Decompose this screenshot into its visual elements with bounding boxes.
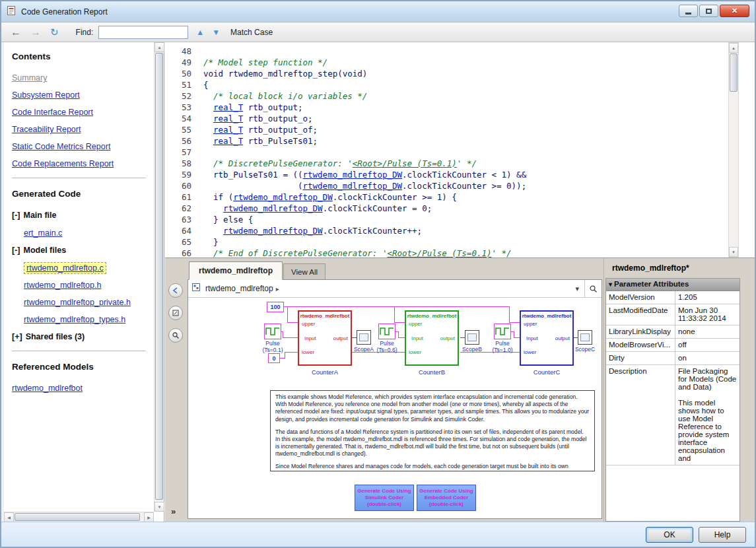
code-hyperlink[interactable]: real_T: [213, 114, 243, 123]
parameter-attributes-header[interactable]: ▾Parameter Attributes: [606, 279, 739, 291]
code-hyperlink[interactable]: real_T: [213, 136, 243, 146]
code-hyperlink[interactable]: real_T: [213, 102, 243, 112]
titlebar[interactable]: Code Generation Report ✕: [1, 1, 755, 22]
code-hyperlink[interactable]: rtwdemo_mdlreftop_DW: [303, 181, 403, 191]
line-number: 51: [172, 79, 191, 90]
constant-block-100[interactable]: 100: [267, 302, 284, 312]
code-hyperlink[interactable]: rtwdemo_mdlreftop_DW: [223, 203, 323, 213]
refresh-icon[interactable]: ↻: [50, 27, 59, 37]
arrow-left-icon: [172, 287, 180, 294]
model-back-button[interactable]: [168, 283, 183, 298]
find-input[interactable]: [98, 26, 188, 39]
code-hyperlink[interactable]: <Root>/Pulse (Ts=0.1): [353, 158, 457, 168]
expand-panel-button[interactable]: »: [171, 506, 176, 516]
back-icon[interactable]: ←: [11, 27, 21, 38]
sidebar-link-rtwdemo-mdlreftop-types-h[interactable]: rtwdemo_mdlreftop_types.h: [24, 315, 125, 324]
generate-code-embedded-coder-button[interactable]: Generate Code Using Embedded Coder (doub…: [417, 485, 476, 511]
generate-code-simulink-coder-button[interactable]: Generate Code Using Simulink Coder (doub…: [355, 485, 414, 511]
sidebar-link-ert-main-c[interactable]: ert_main.c: [24, 228, 62, 238]
code-generation-report-window: Code Generation Report ✕ ← → ↻ Find: ▲ ▼…: [0, 0, 756, 548]
code-text-line: (rtwdemo_mdlreftop_DW.clockTickCounter >…: [203, 180, 526, 191]
sidebar-horizontal-scrollbar[interactable]: ◀ ▶: [4, 512, 154, 522]
minimize-button[interactable]: [679, 5, 698, 17]
collapse-expander-icon[interactable]: [-]: [12, 211, 20, 220]
find-next-icon[interactable]: ▼: [212, 28, 220, 36]
code-vertical-scrollbar[interactable]: ▲ ▼: [728, 42, 739, 257]
sidebar-link-static-code-metrics-report[interactable]: Static Code Metrics Report: [12, 142, 110, 151]
code-hyperlink[interactable]: rtwdemo_mdlreftop_DW: [233, 192, 333, 202]
sidebar-link-code-replacements-report[interactable]: Code Replacements Report: [12, 159, 114, 168]
pulse-generator-block-1[interactable]: [264, 324, 281, 339]
property-value: Mon Jun 30 11:33:32 2014: [675, 304, 739, 325]
search-icon: [589, 285, 598, 293]
sidebar-vertical-scrollbar[interactable]: ▲ ▼: [154, 42, 164, 512]
breadcrumb-arrow-icon[interactable]: ▸: [276, 285, 279, 292]
scope-block-b[interactable]: [465, 330, 479, 345]
scroll-up-icon[interactable]: ▲: [729, 43, 738, 53]
port-output: output: [440, 335, 455, 341]
model-breadcrumb-bar[interactable]: rtwdemo_mdlreftop ▸ ▾: [188, 280, 601, 298]
block-label-scope-b: ScopeB: [459, 346, 485, 353]
model-canvas[interactable]: 100 0 Pulse (Ts=0.1) Pulse (Ts=0.6): [188, 298, 601, 518]
maximize-button[interactable]: [699, 5, 718, 17]
selected-file-highlight[interactable]: rtwdemo_mdlreftop.c: [24, 262, 106, 274]
code-hyperlink[interactable]: rtwdemo_mdlreftop_DW: [223, 226, 323, 236]
fit-to-view-button[interactable]: [168, 306, 183, 320]
zoom-button[interactable]: [168, 328, 183, 343]
code-text-line: rtwdemo_mdlreftop_DW.clockTickCounter++;: [203, 225, 422, 236]
dialog-button-bar: OK Help: [1, 522, 755, 547]
pulse-generator-block-2[interactable]: [378, 324, 395, 339]
breadcrumb[interactable]: rtwdemo_mdlreftop: [205, 284, 273, 293]
help-button[interactable]: Help: [699, 527, 746, 543]
scrollbar-thumb[interactable]: [15, 513, 140, 521]
property-value: File Packaging for Models (Code and Data…: [675, 365, 739, 465]
scroll-up-icon[interactable]: ▲: [155, 42, 164, 52]
scroll-left-icon[interactable]: ◀: [4, 512, 14, 522]
sidebar-link-rtwdemo-mdlreftop-private-h[interactable]: rtwdemo_mdlreftop_private.h: [24, 298, 131, 307]
collapse-expander-icon[interactable]: [-]: [12, 246, 20, 255]
pulse-generator-block-3[interactable]: [494, 324, 511, 339]
scroll-down-icon[interactable]: ▼: [729, 247, 738, 257]
expand-expander-icon[interactable]: [+]: [12, 332, 22, 341]
breadcrumb-dropdown-icon[interactable]: ▾: [575, 285, 579, 293]
sidebar-link-summary[interactable]: Summary: [12, 73, 47, 83]
sidebar-link-subsystem-report[interactable]: Subsystem Report: [12, 90, 80, 100]
forward-icon[interactable]: →: [30, 27, 41, 38]
port-input: Input: [411, 335, 423, 341]
constant-block-0[interactable]: 0: [268, 353, 280, 363]
code-panel: 4849/* Model step function */50void rtwd…: [165, 42, 755, 257]
line-number: 60: [172, 180, 191, 191]
scrollbar-thumb[interactable]: [155, 53, 163, 500]
model-block-counter-a[interactable]: rtwdemo_mdlrefbot upper Input lower outp…: [298, 310, 352, 366]
scope-block-c[interactable]: [578, 330, 592, 345]
table-row: Dirty on: [606, 352, 739, 365]
model-block-counter-c[interactable]: rtwdemo_mdlrefbot upper Input lower outp…: [520, 310, 574, 366]
match-case-toggle[interactable]: Match Case: [230, 28, 273, 37]
sidebar-link-code-interface-report[interactable]: Code Interface Report: [12, 108, 93, 117]
sidebar-link-traceability-report[interactable]: Traceability Report: [12, 125, 81, 134]
find-previous-icon[interactable]: ▲: [196, 28, 204, 36]
search-button[interactable]: [584, 280, 601, 297]
scroll-down-icon[interactable]: ▼: [155, 502, 164, 512]
scroll-right-icon[interactable]: ▶: [144, 512, 154, 522]
code-text-line: void rtwdemo_mdlreftop_step(void): [203, 68, 367, 79]
code-hyperlink[interactable]: rtwdemo_mdlreftop_DW: [303, 170, 403, 180]
sidebar-link-rtwdemo-mdlrefbot[interactable]: rtwdemo_mdlrefbot: [12, 384, 83, 393]
scrollbar-thumb[interactable]: [730, 53, 738, 92]
line-number: 54: [172, 113, 191, 124]
sidebar-link-rtwdemo-mdlreftop-c[interactable]: rtwdemo_mdlreftop.c: [24, 263, 106, 273]
tab-view-all[interactable]: View All: [283, 263, 326, 280]
close-button[interactable]: ✕: [720, 5, 749, 17]
ok-button[interactable]: OK: [646, 527, 693, 543]
code-hyperlink[interactable]: real_T: [213, 125, 243, 135]
scope-block-a[interactable]: [357, 330, 371, 345]
parameter-attributes-table: ▾Parameter Attributes ModelVersion 1.205…: [605, 278, 740, 522]
code-line: 64 rtwdemo_mdlreftop_DW.clockTickCounter…: [172, 225, 723, 236]
tab-rtwdemo-mdlreftop[interactable]: rtwdemo_mdlreftop: [189, 261, 283, 280]
code-text: {: [203, 80, 209, 90]
sidebar-link-rtwdemo-mdlreftop-h[interactable]: rtwdemo_mdlreftop.h: [24, 281, 101, 290]
block-label-scope-a: ScopeA: [351, 346, 377, 353]
code-text: rtb_PulseTs01 = ((: [203, 170, 303, 180]
code-hyperlink[interactable]: <Root>/Pulse (Ts=0.1): [387, 248, 491, 257]
model-block-counter-b[interactable]: rtwdemo_mdlrefbot upper Input lower outp…: [405, 310, 459, 366]
